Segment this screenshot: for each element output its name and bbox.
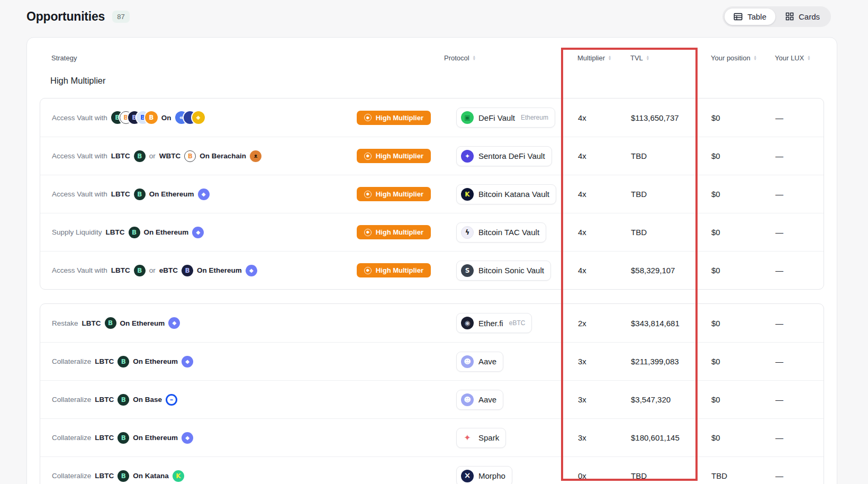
sort-icon[interactable]: ▴▾ [647,55,649,60]
opportunities-page: Opportunities 87 Table [0,0,868,484]
strategy-token: LBTC [111,152,130,160]
lux-cell: — [775,357,824,366]
protocol-chip: S Bitcoin Sonic Vault [456,261,551,281]
strategy-verb: Collateralize [52,357,91,365]
multiplier-cell: 4x [578,190,631,199]
icon-stack: BBBBB [111,111,158,124]
table-row[interactable]: CollateralizeLBTCBOn Ethereum◆ ✦ Spark 3… [40,418,824,456]
protocol-name: Aave [478,357,496,366]
view-toggle: Table Cards [722,6,831,27]
eth-icon: ◆ [192,227,204,238]
eth-icon: ◆ [246,265,257,276]
column-header-your-position[interactable]: Your position ▴▾ [711,54,775,62]
eth-icon: ◆ [168,317,180,329]
strategy-text: CollateralizeLBTCBOn Ethereum◆ [52,356,193,368]
eth-icon: ◆ [182,356,193,368]
table-row[interactable]: Access Vault withLBTCBorWBTCBOn Berachai… [40,137,824,175]
protocol-tag: eBTC [509,319,526,327]
column-header-your-lux[interactable]: Your LUX ▴▾ [775,54,824,62]
lux-cell: — [775,266,824,275]
strategy-token: On Ethereum [120,319,165,327]
high-multiplier-label: High Multiplier [376,266,423,274]
table-row[interactable]: Supply LiquidityLBTCBOn Ethereum◆ High M… [40,213,824,251]
position-cell: $0 [711,395,775,404]
table-row[interactable]: RestakeLBTCBOn Ethereum◆ ◉ Ether.fi eBTC… [40,304,824,342]
high-multiplier-label: High Multiplier [376,190,423,198]
strategy-verb: Collateralize [52,434,91,442]
lux-cell: — [775,190,824,199]
table-row[interactable]: Access Vault withLBTCBOn Ethereum◆ High … [40,175,824,213]
sort-icon[interactable]: ▴▾ [473,55,475,60]
cards-view-button[interactable]: Cards [776,8,829,25]
lbtc-icon: B [117,470,129,482]
strategy-token: On Ethereum [149,190,194,198]
protocol-chip: ϟ Bitcoin TAC Vault [456,222,546,243]
column-header-tvl[interactable]: TVL ▴▾ [630,54,711,62]
table-header-row: Strategy Protocol ▴▾ Multiplier ▴▾ TVL ▴… [40,47,824,68]
multiplier-cell: 4x [578,266,631,275]
sort-icon[interactable]: ▴▾ [808,55,810,60]
protocol-name: Spark [478,433,499,442]
protocol-cell: × Morpho [456,466,578,484]
page-title: Opportunities [26,10,105,24]
lux-cell: — [775,433,824,442]
protocol-name: Bitcoin TAC Vault [478,228,539,237]
eth-icon: ◆ [182,432,193,444]
lbtc-icon: B [134,189,146,200]
strategy-verb: Supply Liquidity [52,228,102,236]
high-multiplier-badge: High Multiplier [357,187,431,201]
strategy-text: Access Vault withBBBBBOn«◆ [52,111,205,124]
flame-icon [364,191,372,198]
high-multiplier-label: High Multiplier [376,152,423,160]
position-cell: $0 [711,113,775,122]
table-row[interactable]: Access Vault withBBBBBOn«◆ High Multipli… [40,98,824,137]
strategy-token: On Ethereum [197,266,242,274]
table-row[interactable]: CollateralizeLBTCBOn Ethereum◆ ☻ Aave 3x… [40,342,824,380]
tvl-cell: $180,601,145 [631,433,711,442]
column-header-multiplier[interactable]: Multiplier ▴▾ [577,54,630,62]
strategy-verb: Collateralize [52,472,91,480]
strategy-verb: or [149,152,156,160]
protocol-cell: ✦ Spark [456,428,578,448]
protocol-name: Aave [478,395,496,404]
lbtc-icon: B [117,394,129,406]
table-icon [734,12,743,21]
high-multiplier-badge: High Multiplier [357,263,431,277]
protocol-chip: ✦ Sentora DeFi Vault [456,146,552,166]
strategy-cell: CollateralizeLBTCBOn KatanaK [52,470,456,482]
katana-chain-icon: K [173,470,184,482]
table-row[interactable]: Access Vault withLBTCBoreBTCBOn Ethereum… [40,251,824,289]
opportunities-card: Strategy Protocol ▴▾ Multiplier ▴▾ TVL ▴… [26,37,837,484]
position-cell: $0 [711,357,775,366]
column-header-protocol[interactable]: Protocol ▴▾ [444,54,577,62]
table-row[interactable]: CollateralizeLBTCBOn Base– ☻ Aave 3x $3,… [40,380,824,418]
table-row[interactable]: CollateralizeLBTCBOn KatanaK × Morpho 0x… [40,456,824,484]
protocol-cell: S Bitcoin Sonic Vault [456,261,578,281]
multiplier-cell: 2x [578,319,631,328]
strategy-token: WBTC [159,152,181,160]
protocol-chip: ☻ Aave [456,352,503,372]
strategy-verb: Access Vault with [52,152,107,160]
strategy-cell: RestakeLBTCBOn Ethereum◆ [52,317,456,329]
position-cell: $0 [711,228,775,237]
lux-cell: — [775,113,824,122]
defi-vault-icon: ▣ [461,111,474,124]
position-cell: $0 [711,151,775,160]
lbtc-icon: B [105,317,116,329]
etherfi-icon: ◉ [461,317,474,329]
table-view-button[interactable]: Table [725,8,775,25]
multiplier-cell: 4x [578,113,631,122]
high-multiplier-badge: High Multiplier [357,225,431,239]
tvl-cell: $343,814,681 [631,319,711,328]
strategy-verb: or [149,266,156,274]
tvl-cell: $3,547,320 [631,395,711,404]
strategy-verb: Access Vault with [52,266,107,274]
protocol-chip: ◉ Ether.fi eBTC [456,313,532,333]
strategy-text: Access Vault withLBTCBorWBTCBOn Berachai… [52,150,261,162]
sort-icon[interactable]: ▴▾ [754,55,756,60]
tvl-cell: TBD [631,151,711,160]
strategy-cell: CollateralizeLBTCBOn Ethereum◆ [52,432,456,444]
multiplier-cell: 3x [578,395,631,404]
strategy-token: LBTC [95,357,114,365]
sort-icon[interactable]: ▴▾ [609,55,611,60]
